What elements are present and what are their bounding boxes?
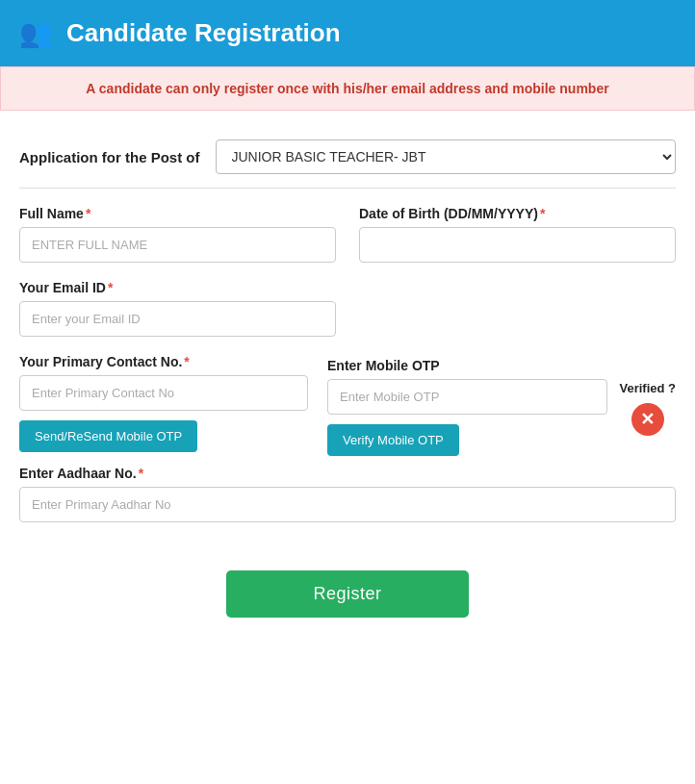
notice-text: A candidate can only register once with … xyxy=(20,81,675,96)
required-star-aadhaar: * xyxy=(139,466,143,481)
name-dob-row: Full Name* Date of Birth (DD/MM/YYYY)* xyxy=(19,206,676,263)
verified-icon: ✕ xyxy=(631,403,664,436)
dob-input[interactable] xyxy=(359,227,676,263)
post-label: Application for the Post of xyxy=(19,149,200,165)
dob-label: Date of Birth (DD/MM/YYYY)* xyxy=(359,206,676,221)
notice-bar: A candidate can only register once with … xyxy=(0,66,695,111)
email-row: Your Email ID* xyxy=(19,280,676,337)
post-row: Application for the Post of JUNIOR BASIC… xyxy=(19,126,676,189)
post-select[interactable]: JUNIOR BASIC TEACHER- JBT xyxy=(216,139,677,174)
otp-input[interactable] xyxy=(327,379,607,415)
register-row: Register xyxy=(0,542,695,637)
verified-label: Verified ? xyxy=(619,381,676,395)
page-header: 👥 Candidate Registration xyxy=(0,0,695,66)
email-label: Your Email ID* xyxy=(19,280,336,295)
verified-group: Verified ? ✕ xyxy=(619,379,676,436)
send-otp-button[interactable]: Send/ReSend Mobile OTP xyxy=(19,420,197,452)
register-button[interactable]: Register xyxy=(226,570,468,618)
email-group: Your Email ID* xyxy=(19,280,336,337)
verify-otp-button[interactable]: Verify Mobile OTP xyxy=(327,424,459,456)
contact-left-group: Your Primary Contact No.* Send/ReSend Mo… xyxy=(19,354,308,452)
user-icon: 👥 xyxy=(19,17,53,49)
otp-label: Enter Mobile OTP xyxy=(327,358,607,373)
form-section: Application for the Post of JUNIOR BASIC… xyxy=(0,111,695,542)
dob-group: Date of Birth (DD/MM/YYYY)* xyxy=(359,206,676,263)
required-star-contact: * xyxy=(184,354,189,369)
otp-input-group: Enter Mobile OTP Verify Mobile OTP xyxy=(327,358,607,456)
required-star-email: * xyxy=(108,280,113,295)
required-star-dob: * xyxy=(540,206,545,221)
contact-otp-row: Your Primary Contact No.* Send/ReSend Mo… xyxy=(19,354,676,456)
full-name-input[interactable] xyxy=(19,227,336,263)
primary-contact-label: Your Primary Contact No.* xyxy=(19,354,308,369)
primary-contact-input[interactable] xyxy=(19,375,308,411)
aadhaar-group: Enter Aadhaar No.* xyxy=(19,466,676,522)
aadhaar-label: Enter Aadhaar No.* xyxy=(19,466,676,481)
required-star: * xyxy=(86,206,90,221)
aadhaar-section: Enter Aadhaar No.* xyxy=(19,466,676,522)
full-name-label: Full Name* xyxy=(19,206,336,221)
contact-right-group: Enter Mobile OTP Verify Mobile OTP Verif… xyxy=(327,354,676,456)
otp-verified-row: Enter Mobile OTP Verify Mobile OTP Verif… xyxy=(327,358,676,456)
full-name-group: Full Name* xyxy=(19,206,336,263)
page-wrapper: 👥 Candidate Registration A candidate can… xyxy=(0,0,695,784)
page-title: Candidate Registration xyxy=(66,18,341,48)
aadhaar-input[interactable] xyxy=(19,487,676,522)
email-input[interactable] xyxy=(19,301,336,337)
